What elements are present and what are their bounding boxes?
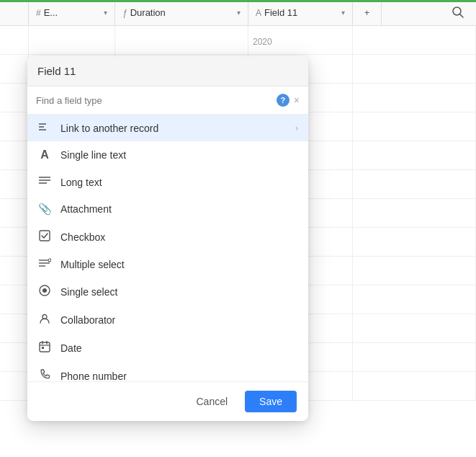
col3-dropdown-icon[interactable]: ▾	[341, 9, 345, 17]
link-to-record-arrow: ›	[295, 123, 298, 133]
field-type-item-link-to-record[interactable]: Link to another record ›	[27, 115, 308, 141]
long-text-label: Long text	[60, 177, 298, 188]
top-accent-bar	[0, 0, 476, 2]
field-type-item-multiple-select[interactable]: Multiple select	[27, 251, 308, 278]
date-icon	[37, 341, 52, 355]
column-headers: # E... ▾ ƒ Duration ▾ A Field 11 ▾ +	[0, 0, 476, 26]
search-action-icons: ? ×	[277, 94, 300, 107]
field-type-search-area: ? ×	[27, 86, 308, 115]
field-type-item-date[interactable]: Date	[27, 334, 308, 362]
col1-type-icon: #	[36, 8, 41, 18]
single-select-icon	[37, 285, 52, 298]
single-line-text-label: Single line text	[60, 149, 298, 161]
field-type-list: Link to another record › A Single line t…	[27, 115, 308, 381]
field-type-item-checkbox[interactable]: Checkbox	[27, 223, 308, 251]
svg-point-12	[48, 259, 51, 262]
table-row: 2020	[0, 26, 476, 55]
col2-type-icon: ƒ	[122, 8, 127, 18]
date-label: Date	[60, 342, 298, 354]
single-select-label: Single select	[60, 286, 298, 298]
svg-rect-16	[40, 342, 50, 352]
search-icon[interactable]	[452, 6, 464, 22]
link-to-record-icon	[37, 122, 52, 134]
multiple-select-label: Multiple select	[60, 259, 298, 270]
field-type-item-collaborator[interactable]: Collaborator	[27, 306, 308, 334]
col-header-row-num	[0, 0, 29, 25]
checkbox-icon	[37, 230, 52, 244]
modal-footer: Cancel Save	[27, 381, 308, 421]
field-type-item-long-text[interactable]: Long text	[27, 169, 308, 195]
long-text-icon	[37, 176, 52, 188]
checkbox-label: Checkbox	[60, 231, 298, 243]
col1-dropdown-icon[interactable]: ▾	[104, 9, 107, 17]
link-to-record-label: Link to another record	[60, 123, 287, 134]
col-header-duration[interactable]: ƒ Duration ▾	[115, 0, 248, 25]
field-type-item-phone-number[interactable]: Phone number	[27, 362, 308, 381]
col-header-1[interactable]: # E... ▾	[29, 0, 115, 25]
col3-type-icon: A	[256, 8, 261, 18]
multiple-select-icon	[37, 258, 52, 270]
cancel-button[interactable]: Cancel	[186, 391, 238, 412]
col2-dropdown-icon[interactable]: ▾	[237, 9, 241, 17]
col2-label: Duration	[130, 7, 166, 18]
single-line-text-icon: A	[37, 148, 52, 161]
attachment-label: Attachment	[60, 203, 298, 215]
col3-label: Field 11	[264, 7, 297, 18]
field-type-item-single-select[interactable]: Single select	[27, 278, 308, 306]
phone-number-label: Phone number	[60, 371, 298, 382]
svg-point-14	[42, 288, 47, 293]
collaborator-icon	[37, 313, 52, 327]
svg-rect-8	[40, 231, 50, 241]
field-type-search-input[interactable]	[36, 95, 271, 106]
add-col-icon: +	[364, 7, 370, 18]
col1-label: E...	[44, 7, 58, 18]
save-button[interactable]: Save	[245, 391, 297, 412]
close-search-icon[interactable]: ×	[294, 95, 300, 105]
help-icon[interactable]: ?	[277, 94, 289, 107]
col-header-field11[interactable]: A Field 11 ▾	[248, 0, 353, 25]
field-name-input[interactable]	[27, 56, 308, 86]
col-add-button[interactable]: +	[353, 0, 382, 25]
svg-rect-20	[42, 347, 44, 349]
field-type-item-attachment[interactable]: 📎 Attachment	[27, 195, 308, 223]
attachment-icon: 📎	[37, 203, 52, 216]
svg-line-1	[460, 14, 464, 18]
field-type-modal: ? × Link to another record › A Single li…	[27, 56, 308, 421]
field-type-item-single-line-text[interactable]: A Single line text	[27, 141, 308, 169]
collaborator-label: Collaborator	[60, 314, 298, 326]
phone-icon	[37, 369, 52, 381]
